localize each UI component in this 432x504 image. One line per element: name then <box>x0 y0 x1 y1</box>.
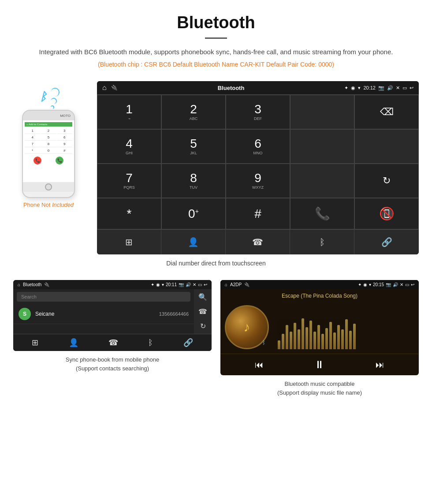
key-sub-7: PQRS <box>123 185 135 190</box>
pb-search-bar[interactable]: Search <box>17 292 190 302</box>
key-num-9: 9 <box>254 172 261 184</box>
dial-key-5[interactable]: 5 JKL <box>161 129 226 164</box>
phone-key-3: 3 <box>57 128 72 134</box>
visualizer-bar <box>317 325 320 349</box>
dialpad-bottom: ⊞ 👤 ☎ ᛒ 🔗 <box>97 229 419 254</box>
bottom-icon-grid[interactable]: ⊞ <box>97 230 161 254</box>
phone-key-6: 6 <box>57 134 72 141</box>
page-title: Bluetooth <box>26 13 406 32</box>
pb-call-icon[interactable]: ☎ <box>198 307 207 316</box>
music-time: 20:15 <box>373 282 384 287</box>
music-bt-icon: ✦ <box>358 282 361 287</box>
music-win-icon: ▭ <box>405 282 409 287</box>
dial-key-0[interactable]: 0+ <box>161 198 226 229</box>
visualizer-bar <box>321 334 324 349</box>
bottom-icon-person[interactable]: 👤 <box>161 230 226 254</box>
phone-key-0: 0 <box>41 148 56 154</box>
pb-bottom-person[interactable]: 👤 <box>69 338 78 347</box>
pb-sig-icon: ▾ <box>162 282 164 287</box>
close-icon[interactable]: ✕ <box>396 85 400 91</box>
visualizer-bar <box>329 322 332 349</box>
home-icon[interactable]: ⌂ <box>102 84 107 92</box>
pb-contact-avatar: S <box>19 308 31 320</box>
music-caption-line1: Bluetooth music compatible <box>285 381 355 387</box>
status-time: 20:12 <box>363 85 376 90</box>
dial-key-refresh[interactable]: ↻ <box>354 164 419 198</box>
dial-key-7[interactable]: 7 PQRS <box>97 164 161 198</box>
pb-search-icon[interactable]: 🔍 <box>198 293 207 301</box>
phone-home-button <box>45 183 52 190</box>
subtitle: Integrated with BC6 Bluetooth module, su… <box>26 47 406 57</box>
location-icon: ◉ <box>351 85 355 91</box>
dial-key-1[interactable]: 1 ⌁ <box>97 95 161 129</box>
pb-status-left: ⌂ Bluetooth 🔌 <box>18 282 49 287</box>
page-header: Bluetooth Integrated with BC6 Bluetooth … <box>0 0 432 81</box>
dial-key-4[interactable]: 4 GHI <box>97 129 161 164</box>
music-status-left: ⌂ A2DP 🔌 <box>225 282 250 287</box>
arc-large <box>51 88 60 97</box>
pb-vol-icon: 🔊 <box>186 282 191 287</box>
visualizer-bar <box>302 318 304 349</box>
bottom-icon-bluetooth[interactable]: ᛒ <box>290 230 354 254</box>
pb-home-icon: ⌂ <box>18 282 20 287</box>
music-prev-button[interactable]: ⏮ <box>255 360 264 370</box>
dial-key-call-green[interactable]: 📞 <box>290 198 354 229</box>
dial-key-3[interactable]: 3 DEF <box>226 95 290 129</box>
phone-screen: + Add to Contacts 1 2 3 4 5 6 7 8 9 * 0 … <box>23 120 74 182</box>
key-num-5: 5 <box>190 138 197 150</box>
phonebook-caption: Sync phone-book from mobile phone (Suppo… <box>66 355 159 373</box>
car-status-bar: ⌂ 🔌 Bluetooth ✦ ◉ ▾ 20:12 📷 🔊 ✕ ▭ ↩ <box>97 81 419 94</box>
pb-right-icons: 🔍 ☎ ↻ <box>194 289 212 334</box>
phone-key-star: * <box>25 148 40 154</box>
dial-key-6[interactable]: 6 MNO <box>226 129 290 164</box>
pb-main-row: Search S Seicane 13566664466 🔍 ☎ ↻ <box>13 289 212 334</box>
phone-call-icon: 📞 <box>56 157 63 164</box>
phone-screen-header: + Add to Contacts <box>25 122 72 127</box>
back-icon[interactable]: ↩ <box>410 85 413 91</box>
visualizer-bar <box>294 323 296 349</box>
music-note-icon: ♪ <box>244 320 250 335</box>
call-green-icon: 📞 <box>315 206 330 221</box>
dial-key-empty-4 <box>290 164 354 198</box>
phone-key-2: 2 <box>41 128 56 134</box>
pb-status-right: ✦ ◉ ▾ 20:11 📷 🔊 ✕ ▭ ↩ <box>151 282 207 287</box>
volume-icon: 🔊 <box>387 85 393 91</box>
music-next-button[interactable]: ⏭ <box>376 360 384 370</box>
dial-key-9[interactable]: 9 WXYZ <box>226 164 290 198</box>
pb-bottom-grid[interactable]: ⊞ <box>32 338 38 347</box>
bottom-icon-link[interactable]: 🔗 <box>354 230 419 254</box>
phone-bottom-bar <box>23 182 74 192</box>
pb-bottom-bar: ⊞ 👤 ☎ ᛒ 🔗 <box>13 334 212 351</box>
pb-search-placeholder: Search <box>21 294 37 299</box>
dial-key-star[interactable]: * <box>97 198 161 229</box>
bottom-icon-phone[interactable]: ☎ <box>226 230 290 254</box>
key-num-2: 2 <box>190 103 197 116</box>
pb-refresh-icon[interactable]: ↻ <box>200 322 206 330</box>
bottom-screenshots: ⌂ Bluetooth 🔌 ✦ ◉ ▾ 20:11 📷 🔊 ✕ ▭ ↩ <box>0 280 432 397</box>
dial-caption: Dial number direct from touchscreen <box>166 260 266 267</box>
key-sub-2: ABC <box>190 116 198 121</box>
dial-key-8[interactable]: 8 TUV <box>161 164 226 198</box>
dial-key-2[interactable]: 2 ABC <box>161 95 226 129</box>
pb-bottom-phone[interactable]: ☎ <box>108 338 118 347</box>
visualizer-bar <box>353 324 356 349</box>
music-caption-line2: (Support display music file name) <box>277 389 362 396</box>
key-sub-3: DEF <box>254 116 262 121</box>
bluetooth-specs: (Bluetooth chip : CSR BC6 Default Blueto… <box>26 61 406 68</box>
dial-key-call-red[interactable]: 📵 <box>354 198 419 229</box>
dial-key-backspace[interactable]: ⌫ <box>354 95 419 129</box>
usb-icon: 🔌 <box>111 85 118 91</box>
backspace-icon: ⌫ <box>380 106 394 118</box>
key-num-0: 0+ <box>188 208 199 220</box>
header-divider <box>205 37 227 39</box>
music-vol-icon: 🔊 <box>393 282 398 287</box>
phonebook-caption-line1: Sync phone-book from mobile phone <box>66 356 159 363</box>
pb-bottom-bt[interactable]: ᛒ <box>148 338 153 347</box>
arc-medium <box>51 98 57 104</box>
pb-contact-row: S Seicane 13566664466 <box>13 304 194 324</box>
music-play-pause-button[interactable]: ⏸ <box>314 358 325 371</box>
music-album-area: ♪ ᛒ <box>220 301 419 354</box>
key-sub-1: ⌁ <box>128 116 130 121</box>
pb-bottom-link[interactable]: 🔗 <box>183 338 193 347</box>
dial-key-hash[interactable]: # <box>226 198 290 229</box>
